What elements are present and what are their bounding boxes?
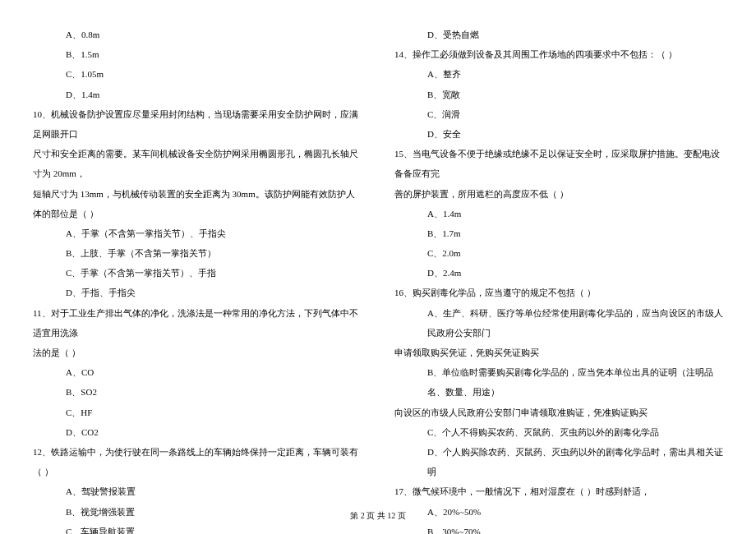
q17-option-b: B、30%~70% — [394, 522, 723, 534]
q11-option-a: A、CO — [33, 362, 362, 382]
q11-text-1: 11、对于工业生产排出气体的净化，洗涤法是一种常用的净化方法，下列气体中不适宜用… — [33, 303, 362, 343]
q10-option-a: A、手掌（不含第一掌指关节）、手指尖 — [33, 223, 362, 243]
q10-option-c: C、手掌（不含第一掌指关节）、手指 — [33, 263, 362, 283]
q12-text: 12、铁路运输中，为使行驶在同一条路线上的车辆始终保持一定距离，车辆可装有（ ） — [33, 442, 362, 481]
q16-option-b-1: B、单位临时需要购买剧毒化学品的，应当凭本单位出具的证明（注明品名、数量、用途） — [394, 362, 723, 402]
right-column: D、受热自燃 14、操作工必须做到设备及其周围工作场地的四项要求中不包括：（ ）… — [394, 25, 723, 501]
q16-option-c: C、个人不得购买农药、灭鼠药、灭虫药以外的剧毒化学品 — [394, 422, 723, 442]
q15-text-2: 善的屏护装置，所用遮栏的高度应不低（ ） — [394, 184, 723, 204]
q9-option-b: B、1.5m — [33, 44, 362, 64]
q9-option-c: C、1.05m — [33, 64, 362, 84]
q10-text-2: 尺寸和安全距离的需要。某车间机械设备安全防护网采用椭圆形孔，椭圆孔长轴尺寸为 2… — [33, 144, 362, 183]
q14-option-a: A、整齐 — [394, 64, 723, 84]
q11-option-b: B、SO2 — [33, 382, 362, 402]
page-footer: 第 2 页 共 12 页 — [0, 510, 756, 522]
q10-text-1: 10、机械设备防护设置应尽量采用封闭结构，当现场需要采用安全防护网时，应满足网眼… — [33, 104, 362, 144]
q14-option-d: D、安全 — [394, 124, 723, 144]
q15-option-c: C、2.0m — [394, 243, 723, 263]
q16-option-a-2: 申请领取购买凭证，凭购买凭证购买 — [394, 343, 723, 362]
q15-option-a: A、1.4m — [394, 204, 723, 223]
q12-option-c: C、车辆导航装置 — [33, 522, 362, 534]
page-content: A、0.8m B、1.5m C、1.05m D、1.4m 10、机械设备防护设置… — [33, 25, 723, 501]
q15-option-d: D、2.4m — [394, 263, 723, 283]
q11-option-d: D、CO2 — [33, 422, 362, 442]
q13-option-d: D、受热自燃 — [394, 25, 723, 44]
q11-option-c: C、HF — [33, 403, 362, 422]
q17-text: 17、微气候环境中，一般情况下，相对湿度在（ ）时感到舒适， — [394, 481, 723, 501]
q9-option-a: A、0.8m — [33, 25, 362, 44]
q10-text-3: 短轴尺寸为 13mm，与机械传动装置的安全距离为 30mm。该防护网能有效防护人… — [33, 184, 362, 223]
q16-option-b-2: 向设区的市级人民政府公安部门申请领取准购证，凭准购证购买 — [394, 403, 723, 422]
q15-text-1: 15、当电气设备不便于绝缘或绝缘不足以保证安全时，应采取屏护措施。变配电设备备应… — [394, 144, 723, 183]
q10-option-b: B、上肢、手掌（不含第一掌指关节） — [33, 243, 362, 263]
q12-option-a: A、驾驶警报装置 — [33, 481, 362, 501]
q16-option-a-1: A、生产、科研、医疗等单位经常使用剧毒化学品的，应当向设区的市级人民政府公安部门 — [394, 303, 723, 343]
q11-text-2: 法的是（ ） — [33, 343, 362, 362]
q10-option-d: D、手指、手指尖 — [33, 283, 362, 302]
q14-option-b: B、宽敞 — [394, 85, 723, 104]
q16-option-d: D、个人购买除农药、灭鼠药、灭虫药以外的剧毒化学品时，需出具相关证明 — [394, 442, 723, 481]
q9-option-d: D、1.4m — [33, 85, 362, 104]
q16-text: 16、购买剧毒化学品，应当遵守的规定不包括（ ） — [394, 283, 723, 302]
q15-option-b: B、1.7m — [394, 223, 723, 243]
q14-option-c: C、润滑 — [394, 104, 723, 124]
q14-text: 14、操作工必须做到设备及其周围工作场地的四项要求中不包括：（ ） — [394, 44, 723, 64]
left-column: A、0.8m B、1.5m C、1.05m D、1.4m 10、机械设备防护设置… — [33, 25, 362, 501]
